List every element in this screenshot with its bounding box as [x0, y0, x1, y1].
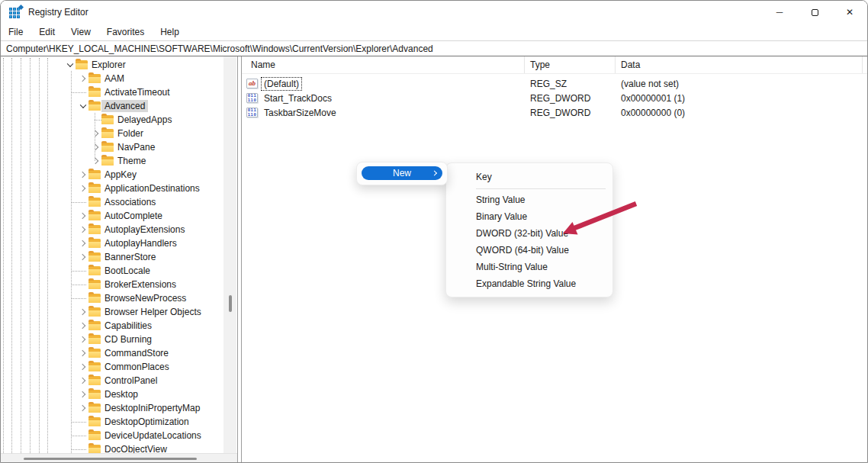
tree-item-explorer[interactable]: Explorer [1, 58, 223, 72]
vertical-scrollbar-thumb[interactable] [229, 295, 232, 312]
folder-icon [101, 156, 114, 166]
folder-icon [88, 266, 101, 275]
chevron-right-icon[interactable] [78, 182, 88, 195]
tree-horizontal-scrollbar[interactable] [1, 453, 237, 463]
chevron-right-icon[interactable] [78, 374, 88, 387]
values-header: Name Type Data [242, 56, 867, 74]
menu-edit[interactable]: Edit [37, 26, 56, 38]
column-header-data[interactable]: Data [616, 56, 863, 73]
column-header-name[interactable]: Name [242, 56, 525, 73]
value-row-start-trackdocs[interactable]: 011110Start_TrackDocsREG_DWORD0x00000001… [242, 91, 867, 105]
tree-item-navpane[interactable]: NavPane [1, 140, 223, 154]
context-menu-item-new[interactable]: New [362, 166, 442, 180]
tree-item-desktop[interactable]: Desktop [1, 387, 223, 401]
tree-item-docobjectview[interactable]: DocObjectView [1, 442, 223, 453]
chevron-right-icon[interactable] [78, 346, 88, 360]
submenu-item-expandable-string-value[interactable]: Expandable String Value [446, 275, 612, 292]
chevron-right-icon[interactable] [78, 168, 88, 182]
submenu-item-dword-32-bit-value[interactable]: DWORD (32-bit) Value [446, 225, 612, 242]
maximize-button[interactable] [797, 1, 832, 24]
folder-icon [88, 225, 101, 234]
tree-item-cd-burning[interactable]: CD Burning [1, 333, 223, 346]
folder-icon [88, 101, 101, 111]
tree-vertical-scrollbar[interactable] [223, 56, 236, 453]
tree-item-aam[interactable]: AAM [1, 72, 223, 85]
chevron-right-icon[interactable] [78, 360, 88, 374]
chevron-down-icon[interactable] [65, 58, 76, 72]
value-name: Start_TrackDocs [262, 92, 334, 104]
tree-item-applicationdestinations[interactable]: ApplicationDestinations [1, 182, 223, 195]
folder-icon [88, 417, 101, 426]
minimize-button[interactable]: ─ [762, 1, 797, 24]
chevron-right-icon[interactable] [78, 250, 88, 264]
tree-item-browser-helper-objects[interactable]: Browser Helper Objects [1, 305, 223, 319]
submenu-item-qword-64-bit-value[interactable]: QWORD (64-bit) Value [446, 242, 612, 259]
folder-icon [88, 321, 101, 330]
chevron-right-icon[interactable] [91, 154, 101, 168]
submenu-item-string-value[interactable]: String Value [446, 191, 612, 208]
tree-item-autocomplete[interactable]: AutoComplete [1, 209, 223, 223]
tree-item-theme[interactable]: Theme [1, 154, 223, 168]
tree-item-commandstore[interactable]: CommandStore [1, 346, 223, 360]
minimize-icon: ─ [776, 7, 783, 18]
tree-item-associations[interactable]: Associations [1, 195, 223, 209]
horizontal-scrollbar-thumb[interactable] [24, 458, 197, 460]
value-row-taskbarsizemove[interactable]: 011110TaskbarSizeMoveREG_DWORD0x00000000… [242, 105, 867, 120]
tree-item-label: AutoplayHandlers [101, 237, 180, 249]
folder-icon [88, 307, 101, 317]
chevron-right-icon[interactable] [78, 319, 88, 333]
chevron-right-icon[interactable] [78, 223, 88, 236]
tree-item-controlpanel[interactable]: ControlPanel [1, 374, 223, 387]
tree-item-autoplayhandlers[interactable]: AutoplayHandlers [1, 236, 223, 250]
tree-item-bannerstore[interactable]: BannerStore [1, 250, 223, 264]
tree-item-appkey[interactable]: AppKey [1, 168, 223, 182]
folder-icon [88, 211, 101, 220]
submenu-item-key[interactable]: Key [446, 168, 612, 186]
tree-item-label: BrowseNewProcess [101, 292, 189, 304]
chevron-right-icon[interactable] [78, 209, 88, 223]
value-data: (value not set) [616, 79, 679, 89]
tree-item-folder[interactable]: Folder [1, 127, 223, 140]
menu-file[interactable]: File [7, 26, 24, 38]
column-header-type[interactable]: Type [525, 56, 616, 73]
tree-item-desktopinipropertymap[interactable]: DesktopIniPropertyMap [1, 401, 223, 415]
tree-item-activatetimeout[interactable]: ActivateTimeout [1, 85, 223, 99]
chevron-right-icon[interactable] [91, 140, 101, 154]
dword-value-icon: 011110 [246, 108, 258, 117]
tree-item-advanced[interactable]: Advanced [1, 99, 223, 113]
value-row-default[interactable]: ab(Default)REG_SZ(value not set) [242, 76, 867, 91]
chevron-right-icon[interactable] [91, 127, 101, 140]
chevron-right-icon[interactable] [78, 387, 88, 401]
main-content: ExplorerAAMActivateTimeoutAdvancedDelaye… [1, 56, 867, 463]
submenu-separator [476, 188, 606, 189]
tree-item-label: AutoplayExtensions [101, 223, 188, 236]
address-bar[interactable]: Computer\HKEY_LOCAL_MACHINE\SOFTWARE\Mic… [1, 40, 867, 56]
submenu-item-binary-value[interactable]: Binary Value [446, 208, 612, 225]
tree-connector-stub [71, 92, 86, 93]
tree-item-label: BrokerExtensions [101, 278, 179, 291]
tree-item-commonplaces[interactable]: CommonPlaces [1, 360, 223, 374]
tree-item-delayedapps[interactable]: DelayedApps [1, 113, 223, 127]
close-button[interactable]: ✕ [832, 1, 867, 24]
chevron-right-icon[interactable] [78, 401, 88, 415]
tree-connector-stub [71, 202, 86, 203]
chevron-right-icon[interactable] [78, 333, 88, 346]
tree-item-desktopoptimization[interactable]: DesktopOptimization [1, 415, 223, 429]
chevron-right-icon[interactable] [78, 72, 88, 85]
chevron-down-icon[interactable] [78, 99, 88, 113]
tree-item-deviceupdatelocations[interactable]: DeviceUpdateLocations [1, 429, 223, 442]
chevron-right-icon[interactable] [78, 305, 88, 319]
submenu-item-multi-string-value[interactable]: Multi-String Value [446, 259, 612, 275]
chevron-right-icon[interactable] [78, 236, 88, 250]
menu-view[interactable]: View [69, 26, 92, 38]
menu-help[interactable]: Help [159, 26, 181, 38]
folder-icon [76, 60, 88, 69]
tree-item-browsenewprocess[interactable]: BrowseNewProcess [1, 291, 223, 305]
tree-item-bootlocale[interactable]: BootLocale [1, 264, 223, 278]
tree-item-brokerextensions[interactable]: BrokerExtensions [1, 278, 223, 291]
menu-favorites[interactable]: Favorites [105, 26, 146, 38]
tree-item-capabilities[interactable]: Capabilities [1, 319, 223, 333]
tree-item-label: Folder [114, 127, 146, 140]
tree-item-label: BannerStore [101, 251, 159, 263]
tree-item-autoplayextensions[interactable]: AutoplayExtensions [1, 223, 223, 236]
